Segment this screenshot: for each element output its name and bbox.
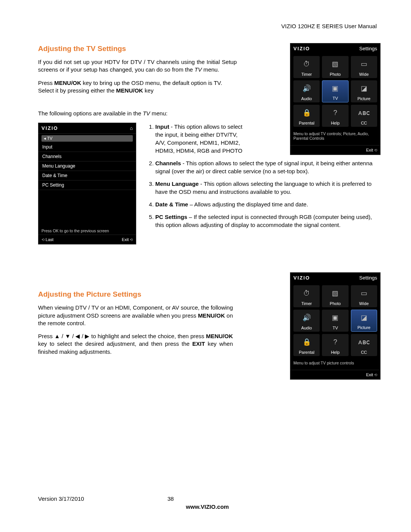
footer-url: www.VIZIO.com [38, 503, 377, 510]
osd-tile-timer: ⏱Timer [293, 285, 320, 307]
osd-item-pc-setting: PC Setting [38, 181, 136, 190]
lock-icon: 🔒 [303, 105, 311, 121]
osd-brand: VIZIO [293, 46, 310, 51]
audio-icon: 🔊 [303, 310, 311, 326]
osd-tile-parental: 🔒Parental [293, 334, 320, 356]
osd-item-date-time: Date & Time [38, 171, 136, 181]
tv-icon: ▣ [332, 310, 338, 326]
osd-item-menu-language: Menu Language [38, 161, 136, 171]
cc-icon: ᴀʙᴄ [358, 334, 370, 350]
osd-settings-grid-tv: VIZIO Settings ⏱Timer ▧Photo ▭Wide 🔊Audi… [290, 43, 381, 155]
help-icon: ? [333, 334, 337, 350]
help-icon: ? [333, 105, 337, 121]
osd-exit: Exit [366, 372, 377, 377]
osd-exit: Exit [366, 148, 377, 152]
option-channels: Channels - This option allows to select … [155, 159, 377, 175]
picture-intro: When viewing DTV / TV or an HDMI, Compon… [38, 304, 233, 327]
osd-item-input: Input [38, 142, 136, 152]
osd-tv-submenu: VIZIO ⌂ TV Input Channels Menu Language … [38, 123, 136, 244]
osd-exit: Exit [122, 237, 133, 242]
audio-icon: 🔊 [303, 80, 311, 96]
page-number: 38 [167, 495, 174, 502]
osd-hint: Menu to adjust TV controls; Picture, Aud… [290, 129, 380, 143]
osd-tile-audio: 🔊Audio [293, 80, 320, 102]
osd-hint: Menu to adjust TV picture controls [290, 358, 380, 367]
osd-tile-wide: ▭Wide [351, 56, 377, 78]
osd-tile-picture: ◪Picture [351, 80, 377, 102]
picture-icon: ◪ [361, 80, 367, 96]
home-icon: ⌂ [130, 125, 133, 131]
lock-icon: 🔒 [303, 334, 311, 350]
cc-icon: ᴀʙᴄ [358, 105, 370, 121]
osd-tile-tv: ▣TV [322, 310, 348, 332]
doc-title: VIZIO 120HZ E SERIES User Manual [38, 23, 377, 29]
osd-tile-photo: ▧Photo [322, 56, 348, 78]
tv-icon: ▣ [332, 81, 338, 96]
osd-tile-help: ?Help [322, 105, 348, 127]
osd-settings-label: Settings [359, 46, 377, 51]
osd-tile-picture: ◪Picture [351, 310, 377, 332]
timer-icon: ⏱ [303, 56, 310, 72]
tv-intro: If you did not set up your HDTV for DTV … [38, 58, 237, 74]
picture-icon: ◪ [361, 310, 367, 325]
page-footer: Version 3/17/2010 38 www.VIZIO.com [38, 495, 377, 510]
option-input: Input - This option allows to select the… [155, 123, 247, 155]
osd-item-channels: Channels [38, 152, 136, 161]
picture-nav-instruction: Press ▲ / ▼ / ◀ / ▶ to highlight and sel… [38, 332, 233, 356]
option-menu-language: Menu Language - This option allows selec… [155, 180, 377, 196]
osd-tile-help: ?Help [322, 334, 348, 356]
osd-hint: Press OK to go to the previous screen [38, 227, 136, 235]
photo-icon: ▧ [332, 285, 338, 301]
osd-tile-timer: ⏱Timer [293, 56, 320, 78]
timer-icon: ⏱ [303, 285, 310, 301]
osd-last: Last [41, 237, 54, 242]
osd-tile-wide: ▭Wide [351, 285, 377, 307]
option-pc-settings: PC Settings – If the selected input is c… [155, 213, 377, 229]
osd-tile-parental: 🔒Parental [293, 105, 320, 127]
photo-icon: ▧ [332, 56, 338, 72]
osd-settings-label: Settings [359, 275, 377, 281]
osd-tile-tv: ▣TV [322, 80, 348, 102]
osd-tab-tv: TV [41, 135, 133, 142]
tv-press-instruction: Press MENU/OK key to bring up the OSD me… [38, 79, 237, 95]
version-text: Version 3/17/2010 [38, 495, 167, 502]
osd-tile-photo: ▧Photo [322, 285, 348, 307]
osd-settings-grid-picture: VIZIO Settings ⏱Timer ▧Photo ▭Wide 🔊Audi… [290, 272, 381, 380]
wide-icon: ▭ [361, 56, 367, 72]
option-date-time: Date & Time – Allows adjusting the displ… [155, 200, 377, 208]
osd-brand: VIZIO [293, 275, 310, 281]
osd-tile-audio: 🔊Audio [293, 310, 320, 332]
osd-tile-cc: ᴀʙᴄCC [351, 105, 377, 127]
osd-tile-cc: ᴀʙᴄCC [351, 334, 377, 356]
wide-icon: ▭ [361, 285, 367, 301]
osd-brand: VIZIO [41, 125, 58, 131]
